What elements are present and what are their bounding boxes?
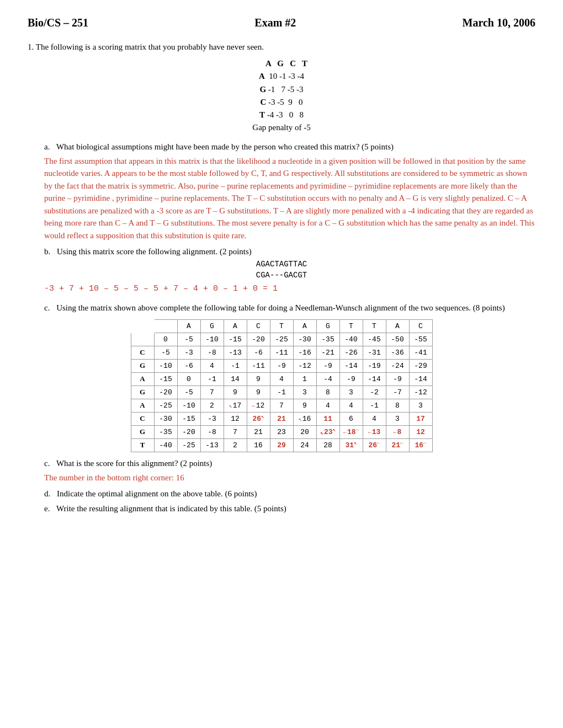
sub-label-a: a. [44, 142, 50, 151]
sub-q-e: e. Write the resulting alignment that is… [44, 504, 535, 513]
sub-label-b: b. [44, 247, 50, 256]
q1-intro: 1. The following is a scoring matrix tha… [28, 42, 535, 52]
header-right: March 10, 2006 [463, 17, 535, 29]
sub-q-score: c. What is the score for this alignment?… [44, 459, 535, 468]
scoring-matrix: A G C T A 10 -1 -3 -4 G -1 7 -5 -3 C -3 … [28, 57, 535, 135]
sub-q-a: a. What biological assumptions might hav… [44, 142, 535, 152]
sub-label-score: c. [44, 459, 50, 468]
sub-q-b: b. Using this matrix score the following… [44, 247, 535, 256]
sub-label-d: d. [44, 489, 50, 498]
score-question: What is the score for this alignment? (2… [56, 459, 212, 468]
q1d-question: Indicate the optimal alignment on the ab… [57, 489, 257, 498]
score-answer: The number in the bottom right corner: 1… [44, 472, 535, 484]
question-1: 1. The following is a scoring matrix tha… [28, 42, 535, 513]
sub-label-e: e. [44, 504, 50, 513]
q1a-question: What biological assumptions might have b… [56, 142, 394, 151]
alignment-seq2: CGA---GACGT [28, 271, 535, 280]
sub-q-d: d. Indicate the optimal alignment on the… [44, 489, 535, 499]
sub-q-c-table: c. Using the matrix shown above complete… [44, 303, 535, 313]
q1a-answer: The first assumption that appears in thi… [44, 155, 535, 242]
header-center: Exam #2 [254, 17, 296, 29]
nw-table: AGACTAGTTAC0-5-10-15-20-25-30-35-40-45-5… [131, 319, 433, 452]
q1b-answer: -3 + 7 + 10 – 5 – 5 – 5 + 7 – 4 + 0 – 1 … [44, 283, 535, 296]
sub-label-c: c. [44, 303, 50, 312]
q1b-question: Using this matrix score the following al… [57, 247, 252, 256]
alignment-seq1: AGACTAGTTAC [28, 260, 535, 269]
nw-table-wrapper: AGACTAGTTAC0-5-10-15-20-25-30-35-40-45-5… [28, 319, 535, 452]
q1c-question: Using the matrix shown above complete th… [56, 303, 505, 312]
q1e-question: Write the resulting alignment that is in… [56, 504, 286, 513]
header-left: Bio/CS – 251 [28, 17, 88, 29]
